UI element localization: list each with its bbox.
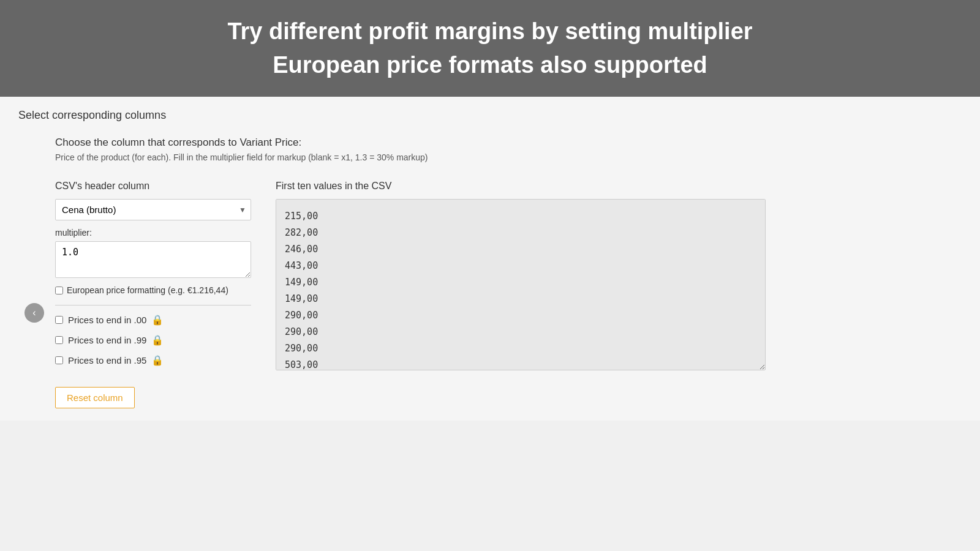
page-header: Try different profit margins by setting … (0, 0, 980, 97)
back-arrow-button[interactable]: ‹ (24, 303, 44, 323)
column-label: Choose the column that corresponds to Va… (55, 137, 962, 149)
header-title-line2: European price formats also supported (12, 52, 968, 78)
price-option-row-95: Prices to end in .95 🔒 (55, 354, 251, 366)
price-end-95-checkbox[interactable] (55, 356, 63, 364)
price-option-row-99: Prices to end in .99 🔒 (55, 334, 251, 346)
lock-icon-99: 🔒 (151, 334, 164, 346)
reset-column-button[interactable]: Reset column (55, 387, 135, 408)
multiplier-label: multiplier: (55, 228, 251, 238)
price-end-95-label: Prices to end in .95 (68, 355, 146, 365)
multiplier-input[interactable]: 1.0 (55, 241, 251, 278)
column-description: Price of the product (for each). Fill in… (55, 152, 962, 162)
price-end-99-label: Prices to end in .99 (68, 335, 146, 345)
csv-values-header: First ten values in the CSV (276, 181, 766, 192)
right-column: First ten values in the CSV (276, 181, 766, 373)
price-end-99-checkbox[interactable] (55, 336, 63, 344)
column-select[interactable]: Cena (brutto) (55, 199, 251, 220)
select-wrapper: Cena (brutto) ▼ (55, 199, 251, 220)
price-end-00-label: Prices to end in .00 (68, 315, 146, 325)
european-formatting-row: European price formatting (e.g. €1.216,4… (55, 285, 251, 295)
csv-header-label: CSV's header column (55, 181, 251, 192)
price-option-row-00: Prices to end in .00 🔒 (55, 314, 251, 326)
lock-icon-95: 🔒 (151, 354, 164, 366)
csv-preview-area[interactable] (276, 199, 766, 370)
left-column: ‹ CSV's header column Cena (brutto) ▼ mu… (55, 181, 251, 408)
lock-icon-00: 🔒 (151, 314, 164, 326)
header-title-line1: Try different profit margins by setting … (12, 18, 968, 45)
section-title: Select corresponding columns (18, 109, 962, 122)
price-end-00-checkbox[interactable] (55, 316, 63, 324)
divider (55, 305, 251, 305)
main-content: Select corresponding columns Choose the … (0, 97, 980, 421)
european-formatting-label: European price formatting (e.g. €1.216,4… (67, 285, 228, 295)
european-formatting-checkbox[interactable] (55, 287, 63, 294)
form-container: Choose the column that corresponds to Va… (55, 137, 962, 408)
columns-layout: ‹ CSV's header column Cena (brutto) ▼ mu… (55, 181, 962, 408)
